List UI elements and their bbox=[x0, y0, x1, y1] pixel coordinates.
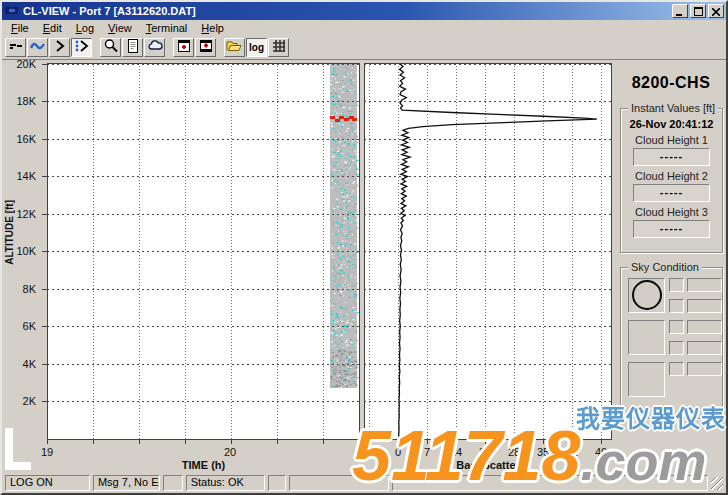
window-title: CL-VIEW - Port 7 [A3112620.DAT] bbox=[23, 5, 672, 17]
sky-wide-box bbox=[687, 341, 722, 355]
grid-toggle-button[interactable] bbox=[268, 38, 289, 57]
sky-small-box bbox=[669, 362, 684, 376]
timestamp: 26-Nov 20:41:12 bbox=[621, 118, 722, 130]
sky-wide-box bbox=[687, 362, 722, 376]
resize-grip[interactable] bbox=[711, 477, 723, 490]
sky-row-1 bbox=[628, 278, 722, 313]
backscatter-tick-35: 35 bbox=[537, 446, 549, 458]
open-file-button[interactable] bbox=[224, 38, 245, 57]
backscatter-plot bbox=[364, 63, 613, 446]
backscatter-axis-title: BackScatter bbox=[364, 459, 612, 471]
menu-item-view[interactable]: View bbox=[101, 21, 139, 35]
folder-icon bbox=[226, 38, 243, 57]
sky-small-box bbox=[669, 278, 684, 292]
close-button[interactable] bbox=[708, 4, 724, 18]
sky-wide-box bbox=[687, 278, 722, 292]
sky-small-box bbox=[669, 299, 684, 313]
backscatter-tick-49: 49 bbox=[595, 446, 607, 458]
sky-condition-legend: Sky Condition bbox=[628, 261, 702, 273]
magnifier-icon bbox=[103, 38, 119, 57]
toolbar: log bbox=[2, 36, 726, 60]
instant-values-legend: Instant Values [ft] bbox=[628, 102, 718, 114]
device-model: 8200-CHS bbox=[614, 74, 726, 92]
cloud-height-2-label: Cloud Height 2 bbox=[621, 170, 722, 182]
cloud-view-button[interactable] bbox=[144, 38, 165, 57]
cloud-height-1-label: Cloud Height 1 bbox=[621, 134, 722, 146]
altitude-tick-18K: 18K bbox=[3, 95, 36, 107]
status-bar: LOG ONMsg 7, No ErrorsStatus: OK bbox=[2, 474, 726, 492]
status-cell-empty-5 bbox=[289, 475, 389, 491]
sky-wide-box bbox=[687, 299, 722, 313]
data-table-2-button[interactable] bbox=[195, 38, 216, 57]
table-red-2-icon bbox=[198, 38, 214, 57]
grid-icon bbox=[272, 39, 286, 56]
menu-item-edit[interactable]: Edit bbox=[36, 21, 69, 35]
altitude-tick-10K: 10K bbox=[3, 245, 36, 257]
sky-wide-box bbox=[687, 320, 722, 334]
cloud-height-1-value: ----- bbox=[633, 148, 710, 166]
sky-condition-group: Sky Condition bbox=[620, 267, 723, 419]
right-panel: 8200-CHS Instant Values [ft] 26-Nov 20:4… bbox=[614, 60, 726, 474]
chart-area: ALTITUDE [ft] TIME (h) BackScatter 8200-… bbox=[2, 60, 726, 474]
menu-bar: FileEditLogViewTerminalHelp bbox=[2, 20, 726, 36]
sky-symbol-box-1 bbox=[628, 278, 665, 313]
profile-multi-button[interactable] bbox=[71, 38, 92, 57]
data-table-1-button[interactable] bbox=[173, 38, 194, 57]
message-view-button[interactable] bbox=[122, 38, 143, 57]
title-bar[interactable]: CL-VIEW - Port 7 [A3112620.DAT] bbox=[2, 2, 726, 20]
menu-item-log[interactable]: Log bbox=[69, 21, 101, 35]
sky-symbol-box-2 bbox=[628, 320, 665, 355]
altitude-tick-20K: 20K bbox=[3, 60, 36, 70]
dash-icon bbox=[8, 38, 24, 57]
menu-item-terminal[interactable]: Terminal bbox=[139, 21, 195, 35]
altitude-tick-2K: 2K bbox=[3, 395, 36, 407]
altitude-tick-6K: 6K bbox=[3, 320, 36, 332]
status-cell-empty-2 bbox=[163, 475, 183, 491]
status-cell-empty-6 bbox=[392, 475, 708, 491]
instant-values-group: Instant Values [ft] 26-Nov 20:41:12 Clou… bbox=[620, 108, 723, 253]
menu-item-help[interactable]: Help bbox=[194, 21, 231, 35]
status-cell-status-ok: Status: OK bbox=[186, 475, 265, 491]
minimize-icon bbox=[676, 4, 684, 19]
backscatter-tick-28: 28 bbox=[508, 446, 520, 458]
log-text-icon: log bbox=[249, 42, 264, 53]
log-toggle-button[interactable]: log bbox=[246, 38, 267, 57]
backscatter-tick-21: 21 bbox=[479, 446, 491, 458]
altitude-tick-14K: 14K bbox=[3, 170, 36, 182]
backscatter-tick-42: 42 bbox=[566, 446, 578, 458]
chevron-dots-icon bbox=[74, 38, 90, 57]
altitude-tick-16K: 16K bbox=[3, 133, 36, 145]
menu-item-file[interactable]: File bbox=[4, 21, 36, 35]
sky-small-box bbox=[669, 320, 684, 334]
profile-single-button[interactable] bbox=[49, 38, 70, 57]
signal-wave-button[interactable] bbox=[27, 38, 48, 57]
time-axis-title: TIME (h) bbox=[47, 459, 360, 471]
sky-symbol-box-3 bbox=[628, 362, 665, 397]
maximize-icon bbox=[694, 4, 703, 19]
status-cell-msg-7-no-errors: Msg 7, No Errors bbox=[93, 475, 160, 491]
time-tick-19: 19 bbox=[41, 446, 53, 458]
minimize-button[interactable] bbox=[672, 4, 688, 18]
time-tick-20: 20 bbox=[224, 446, 236, 458]
sky-row-3 bbox=[628, 362, 722, 397]
signal-dashed-button[interactable] bbox=[5, 38, 26, 57]
document-icon bbox=[125, 38, 141, 57]
window-controls bbox=[672, 4, 724, 18]
backscatter-tick-7: 7 bbox=[424, 446, 430, 458]
maximize-button[interactable] bbox=[690, 4, 706, 18]
zoom-button[interactable] bbox=[100, 38, 121, 57]
chevron-icon bbox=[52, 38, 68, 57]
sky-small-box bbox=[669, 341, 684, 355]
altitude-tick-4K: 4K bbox=[3, 358, 36, 370]
backscatter-tick-14: 14 bbox=[450, 446, 462, 458]
sky-clear-circle-icon bbox=[632, 280, 662, 310]
sky-row-2 bbox=[628, 320, 722, 355]
app-window: CL-VIEW - Port 7 [A3112620.DAT] FileEdit… bbox=[0, 0, 728, 495]
altitude-tick-12K: 12K bbox=[3, 208, 36, 220]
cloud-height-3-label: Cloud Height 3 bbox=[621, 206, 722, 218]
table-red-1-icon bbox=[176, 38, 192, 57]
backscatter-tick-0: 0 bbox=[395, 446, 401, 458]
status-cell-empty-4 bbox=[268, 475, 286, 491]
status-cell-log-on: LOG ON bbox=[5, 475, 90, 491]
wave-icon bbox=[30, 38, 46, 57]
